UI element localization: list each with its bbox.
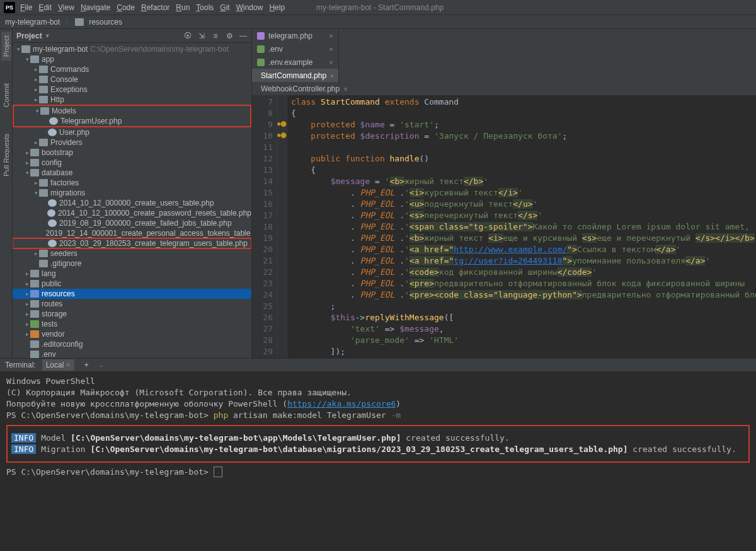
tree-item[interactable]: .env <box>13 349 251 358</box>
tree-item[interactable]: 2019_08_19_000000_create_failed_jobs_tab… <box>13 218 251 228</box>
code-editor[interactable]: 7891011121314151617181920212223242526272… <box>252 95 756 358</box>
php-icon <box>48 219 57 227</box>
folder-icon <box>30 290 39 298</box>
breadcrumb-root[interactable]: my-telegram-bot <box>5 18 60 26</box>
folder-icon <box>40 107 49 115</box>
tree-item[interactable]: .editorconfig <box>13 339 251 349</box>
tool-tab-pull-requests[interactable]: Pull Requests <box>1 130 11 180</box>
tool-tab-commit[interactable]: Commit <box>1 79 11 111</box>
terminal-tab-bar: Terminal: Local × + ⌄ <box>0 358 756 372</box>
close-icon[interactable]: × <box>329 32 333 40</box>
tree-item[interactable]: User.php <box>13 127 251 137</box>
select-opened-icon[interactable]: ⦿ <box>183 32 192 40</box>
chevron-down-icon[interactable]: ⌄ <box>99 362 104 368</box>
folder-icon <box>39 66 48 73</box>
tree-item[interactable]: ▸Http <box>13 95 251 105</box>
env-icon <box>257 59 265 66</box>
tree-item[interactable]: ▸storage <box>13 309 251 319</box>
editor-tab[interactable]: StartCommand.php× <box>252 69 339 82</box>
tree-item[interactable]: .gitignore <box>13 258 251 269</box>
terminal-tab-local[interactable]: Local × <box>42 359 74 371</box>
settings-icon[interactable]: ⚙ <box>225 32 234 40</box>
menu-help[interactable]: Help <box>269 3 285 12</box>
tree-item[interactable]: ▸public <box>13 279 251 289</box>
folder-icon <box>30 320 39 328</box>
tree-item[interactable]: ▾my-telegram-botC:\OpenServer\domains\my… <box>13 44 251 54</box>
close-icon[interactable]: × <box>329 45 333 53</box>
tree-item[interactable]: ▸bootstrap <box>13 148 251 158</box>
hide-panel-icon[interactable]: — <box>239 32 248 40</box>
menu-file[interactable]: File <box>20 3 32 12</box>
collapse-all-icon[interactable]: ≡ <box>211 32 220 40</box>
tree-item[interactable]: 2014_10_12_000000_create_users_table.php <box>13 198 251 208</box>
menu-refactor[interactable]: Refactor <box>141 3 169 12</box>
folder-icon <box>39 179 48 187</box>
menu-code[interactable]: Code <box>117 3 135 12</box>
chevron-down-icon[interactable]: ▼ <box>45 33 50 39</box>
tree-item[interactable]: ▸config <box>13 158 251 168</box>
tree-item[interactable]: 2019_12_14_000001_create_personal_access… <box>13 228 251 238</box>
folder-icon <box>30 280 39 287</box>
project-sidebar: Project ▼ ⦿ ⇲ ≡ ⚙ — ▾my-telegram-botC:\O… <box>13 29 252 358</box>
tree-item[interactable]: ▸tests <box>13 319 251 329</box>
expand-all-icon[interactable]: ⇲ <box>197 32 206 40</box>
breadcrumb: my-telegram-bot 〉 resources <box>0 15 756 29</box>
folder-icon <box>39 76 48 83</box>
close-icon[interactable]: × <box>330 72 334 79</box>
tree-item[interactable]: ▸routes <box>13 299 251 309</box>
tree-item[interactable]: ▸resources <box>13 289 251 299</box>
tree-item[interactable]: 2023_03_29_180253_create_telegram_users_… <box>13 238 251 248</box>
breadcrumb-folder[interactable]: resources <box>75 18 122 26</box>
tree-item[interactable]: ▸factories <box>13 178 251 188</box>
project-panel-title: Project <box>16 32 42 40</box>
menu-edit[interactable]: Edit <box>38 3 52 12</box>
folder-icon <box>21 45 30 53</box>
line-gutter: 7891011121314151617181920212223242526272… <box>252 95 277 358</box>
tree-item[interactable]: ▸vendor <box>13 329 251 339</box>
menu-run[interactable]: Run <box>176 3 190 12</box>
tree-item[interactable]: ▸Providers <box>13 137 251 148</box>
php-icon <box>47 209 55 217</box>
tree-item[interactable]: 2014_10_12_100000_create_password_resets… <box>13 208 251 218</box>
close-icon[interactable]: × <box>329 59 333 66</box>
tree-item[interactable]: ▸Exceptions <box>13 84 251 95</box>
tree-item[interactable]: ▸Commands <box>13 64 251 74</box>
close-icon[interactable]: × <box>343 85 347 93</box>
menu-git[interactable]: Git <box>220 3 229 12</box>
editor-tab[interactable]: .env× <box>252 42 339 55</box>
folder-icon <box>30 55 39 63</box>
menu-view[interactable]: View <box>58 3 74 12</box>
tool-tab-project[interactable]: Project <box>1 32 11 61</box>
folder-icon <box>30 270 39 277</box>
editor-tab[interactable]: telegram.php× <box>252 29 339 42</box>
terminal-add-tab[interactable]: + <box>81 359 93 371</box>
php-icon <box>48 129 57 136</box>
tree-item[interactable]: ▸Console <box>13 74 251 84</box>
folder-icon <box>39 86 48 93</box>
tree-item[interactable]: ▾migrations <box>13 188 251 198</box>
tree-item[interactable]: ▾app <box>13 54 251 64</box>
gutter-markers: ●⬤●⬤ <box>277 95 287 358</box>
menu-tools[interactable]: Tools <box>196 3 214 12</box>
tree-item[interactable]: ▸lang <box>13 269 251 279</box>
folder-icon <box>30 300 39 308</box>
editor-tab[interactable]: .env.example× <box>252 55 339 69</box>
tree-item[interactable]: ▾Models <box>14 106 250 116</box>
tree-item[interactable]: ▸seeders <box>13 248 251 258</box>
code-content[interactable]: class StartCommand extends Command { pro… <box>287 95 756 358</box>
tree-item[interactable]: TelegramUser.php <box>14 116 250 126</box>
env-icon <box>30 351 39 358</box>
terminal-output[interactable]: Windows PowerShell(C) Корпорация Майкрос… <box>0 372 756 551</box>
menu-window[interactable]: Window <box>236 3 263 12</box>
folder-icon <box>30 330 39 338</box>
project-tree[interactable]: ▾my-telegram-botC:\OpenServer\domains\my… <box>13 43 251 358</box>
editor-tab[interactable]: WebhookController.php× <box>252 82 339 95</box>
terminal-title: Terminal: <box>5 361 36 369</box>
tree-item[interactable]: ▾database <box>13 168 251 178</box>
menu-navigate[interactable]: Navigate <box>81 3 110 12</box>
folder-icon <box>30 310 39 318</box>
php-icon <box>48 240 57 247</box>
chevron-right-icon: 〉 <box>65 16 72 27</box>
left-tool-strip: Project Commit Pull Requests <box>0 29 13 358</box>
folder-icon <box>30 159 39 166</box>
